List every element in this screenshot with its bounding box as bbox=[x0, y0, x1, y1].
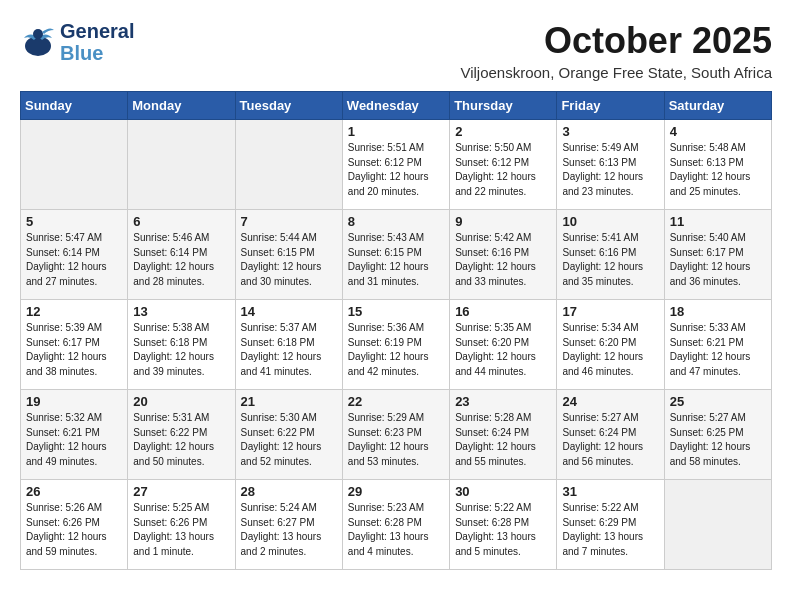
day-cell bbox=[664, 480, 771, 570]
day-cell: 23Sunrise: 5:28 AM Sunset: 6:24 PM Dayli… bbox=[450, 390, 557, 480]
day-number: 27 bbox=[133, 484, 229, 499]
day-cell: 9Sunrise: 5:42 AM Sunset: 6:16 PM Daylig… bbox=[450, 210, 557, 300]
day-info: Sunrise: 5:22 AM Sunset: 6:28 PM Dayligh… bbox=[455, 501, 551, 559]
day-cell bbox=[21, 120, 128, 210]
day-info: Sunrise: 5:22 AM Sunset: 6:29 PM Dayligh… bbox=[562, 501, 658, 559]
week-row-4: 19Sunrise: 5:32 AM Sunset: 6:21 PM Dayli… bbox=[21, 390, 772, 480]
day-number: 15 bbox=[348, 304, 444, 319]
day-number: 12 bbox=[26, 304, 122, 319]
week-row-2: 5Sunrise: 5:47 AM Sunset: 6:14 PM Daylig… bbox=[21, 210, 772, 300]
day-cell: 10Sunrise: 5:41 AM Sunset: 6:16 PM Dayli… bbox=[557, 210, 664, 300]
day-cell: 11Sunrise: 5:40 AM Sunset: 6:17 PM Dayli… bbox=[664, 210, 771, 300]
day-cell: 15Sunrise: 5:36 AM Sunset: 6:19 PM Dayli… bbox=[342, 300, 449, 390]
day-info: Sunrise: 5:23 AM Sunset: 6:28 PM Dayligh… bbox=[348, 501, 444, 559]
day-cell bbox=[235, 120, 342, 210]
header-saturday: Saturday bbox=[664, 92, 771, 120]
day-info: Sunrise: 5:51 AM Sunset: 6:12 PM Dayligh… bbox=[348, 141, 444, 199]
day-info: Sunrise: 5:26 AM Sunset: 6:26 PM Dayligh… bbox=[26, 501, 122, 559]
day-info: Sunrise: 5:31 AM Sunset: 6:22 PM Dayligh… bbox=[133, 411, 229, 469]
day-info: Sunrise: 5:47 AM Sunset: 6:14 PM Dayligh… bbox=[26, 231, 122, 289]
day-info: Sunrise: 5:48 AM Sunset: 6:13 PM Dayligh… bbox=[670, 141, 766, 199]
day-number: 28 bbox=[241, 484, 337, 499]
day-cell: 20Sunrise: 5:31 AM Sunset: 6:22 PM Dayli… bbox=[128, 390, 235, 480]
day-cell: 21Sunrise: 5:30 AM Sunset: 6:22 PM Dayli… bbox=[235, 390, 342, 480]
day-number: 31 bbox=[562, 484, 658, 499]
day-info: Sunrise: 5:41 AM Sunset: 6:16 PM Dayligh… bbox=[562, 231, 658, 289]
logo-line1: General bbox=[60, 20, 134, 42]
day-cell: 19Sunrise: 5:32 AM Sunset: 6:21 PM Dayli… bbox=[21, 390, 128, 480]
day-info: Sunrise: 5:44 AM Sunset: 6:15 PM Dayligh… bbox=[241, 231, 337, 289]
day-cell: 18Sunrise: 5:33 AM Sunset: 6:21 PM Dayli… bbox=[664, 300, 771, 390]
day-cell: 2Sunrise: 5:50 AM Sunset: 6:12 PM Daylig… bbox=[450, 120, 557, 210]
day-cell: 12Sunrise: 5:39 AM Sunset: 6:17 PM Dayli… bbox=[21, 300, 128, 390]
day-number: 29 bbox=[348, 484, 444, 499]
day-cell: 6Sunrise: 5:46 AM Sunset: 6:14 PM Daylig… bbox=[128, 210, 235, 300]
day-number: 2 bbox=[455, 124, 551, 139]
day-number: 23 bbox=[455, 394, 551, 409]
day-cell: 26Sunrise: 5:26 AM Sunset: 6:26 PM Dayli… bbox=[21, 480, 128, 570]
day-number: 16 bbox=[455, 304, 551, 319]
day-info: Sunrise: 5:25 AM Sunset: 6:26 PM Dayligh… bbox=[133, 501, 229, 559]
day-cell: 27Sunrise: 5:25 AM Sunset: 6:26 PM Dayli… bbox=[128, 480, 235, 570]
day-info: Sunrise: 5:29 AM Sunset: 6:23 PM Dayligh… bbox=[348, 411, 444, 469]
day-cell: 22Sunrise: 5:29 AM Sunset: 6:23 PM Dayli… bbox=[342, 390, 449, 480]
day-info: Sunrise: 5:38 AM Sunset: 6:18 PM Dayligh… bbox=[133, 321, 229, 379]
day-number: 9 bbox=[455, 214, 551, 229]
header-row: SundayMondayTuesdayWednesdayThursdayFrid… bbox=[21, 92, 772, 120]
day-cell: 29Sunrise: 5:23 AM Sunset: 6:28 PM Dayli… bbox=[342, 480, 449, 570]
day-info: Sunrise: 5:35 AM Sunset: 6:20 PM Dayligh… bbox=[455, 321, 551, 379]
day-cell: 16Sunrise: 5:35 AM Sunset: 6:20 PM Dayli… bbox=[450, 300, 557, 390]
day-number: 14 bbox=[241, 304, 337, 319]
day-info: Sunrise: 5:42 AM Sunset: 6:16 PM Dayligh… bbox=[455, 231, 551, 289]
day-number: 6 bbox=[133, 214, 229, 229]
day-number: 30 bbox=[455, 484, 551, 499]
day-number: 7 bbox=[241, 214, 337, 229]
title-block: October 2025 Viljoenskroon, Orange Free … bbox=[460, 20, 772, 81]
day-cell bbox=[128, 120, 235, 210]
day-info: Sunrise: 5:39 AM Sunset: 6:17 PM Dayligh… bbox=[26, 321, 122, 379]
day-info: Sunrise: 5:49 AM Sunset: 6:13 PM Dayligh… bbox=[562, 141, 658, 199]
day-number: 18 bbox=[670, 304, 766, 319]
day-cell: 7Sunrise: 5:44 AM Sunset: 6:15 PM Daylig… bbox=[235, 210, 342, 300]
week-row-3: 12Sunrise: 5:39 AM Sunset: 6:17 PM Dayli… bbox=[21, 300, 772, 390]
day-info: Sunrise: 5:32 AM Sunset: 6:21 PM Dayligh… bbox=[26, 411, 122, 469]
day-cell: 31Sunrise: 5:22 AM Sunset: 6:29 PM Dayli… bbox=[557, 480, 664, 570]
day-info: Sunrise: 5:37 AM Sunset: 6:18 PM Dayligh… bbox=[241, 321, 337, 379]
day-info: Sunrise: 5:30 AM Sunset: 6:22 PM Dayligh… bbox=[241, 411, 337, 469]
day-cell: 8Sunrise: 5:43 AM Sunset: 6:15 PM Daylig… bbox=[342, 210, 449, 300]
day-cell: 24Sunrise: 5:27 AM Sunset: 6:24 PM Dayli… bbox=[557, 390, 664, 480]
day-info: Sunrise: 5:40 AM Sunset: 6:17 PM Dayligh… bbox=[670, 231, 766, 289]
day-number: 20 bbox=[133, 394, 229, 409]
week-row-5: 26Sunrise: 5:26 AM Sunset: 6:26 PM Dayli… bbox=[21, 480, 772, 570]
day-number: 19 bbox=[26, 394, 122, 409]
day-number: 1 bbox=[348, 124, 444, 139]
day-cell: 4Sunrise: 5:48 AM Sunset: 6:13 PM Daylig… bbox=[664, 120, 771, 210]
calendar-table: SundayMondayTuesdayWednesdayThursdayFrid… bbox=[20, 91, 772, 570]
day-number: 3 bbox=[562, 124, 658, 139]
svg-point-1 bbox=[33, 29, 43, 39]
day-number: 8 bbox=[348, 214, 444, 229]
header-wednesday: Wednesday bbox=[342, 92, 449, 120]
day-number: 26 bbox=[26, 484, 122, 499]
day-cell: 30Sunrise: 5:22 AM Sunset: 6:28 PM Dayli… bbox=[450, 480, 557, 570]
day-info: Sunrise: 5:27 AM Sunset: 6:24 PM Dayligh… bbox=[562, 411, 658, 469]
day-number: 11 bbox=[670, 214, 766, 229]
day-cell: 25Sunrise: 5:27 AM Sunset: 6:25 PM Dayli… bbox=[664, 390, 771, 480]
day-cell: 13Sunrise: 5:38 AM Sunset: 6:18 PM Dayli… bbox=[128, 300, 235, 390]
week-row-1: 1Sunrise: 5:51 AM Sunset: 6:12 PM Daylig… bbox=[21, 120, 772, 210]
header-friday: Friday bbox=[557, 92, 664, 120]
logo-line2: Blue bbox=[60, 42, 134, 64]
day-number: 4 bbox=[670, 124, 766, 139]
logo: General Blue bbox=[20, 20, 134, 64]
page-header: General Blue October 2025 Viljoenskroon,… bbox=[20, 20, 772, 81]
day-info: Sunrise: 5:46 AM Sunset: 6:14 PM Dayligh… bbox=[133, 231, 229, 289]
day-number: 21 bbox=[241, 394, 337, 409]
day-info: Sunrise: 5:28 AM Sunset: 6:24 PM Dayligh… bbox=[455, 411, 551, 469]
header-monday: Monday bbox=[128, 92, 235, 120]
day-info: Sunrise: 5:24 AM Sunset: 6:27 PM Dayligh… bbox=[241, 501, 337, 559]
day-info: Sunrise: 5:50 AM Sunset: 6:12 PM Dayligh… bbox=[455, 141, 551, 199]
header-thursday: Thursday bbox=[450, 92, 557, 120]
day-number: 17 bbox=[562, 304, 658, 319]
day-info: Sunrise: 5:27 AM Sunset: 6:25 PM Dayligh… bbox=[670, 411, 766, 469]
subtitle: Viljoenskroon, Orange Free State, South … bbox=[460, 64, 772, 81]
